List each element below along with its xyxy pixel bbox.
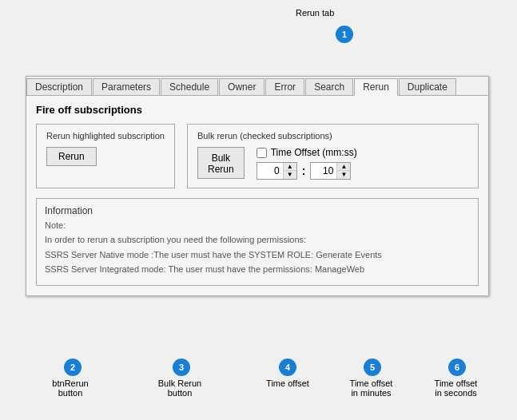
tab-description[interactable]: Description bbox=[26, 78, 92, 95]
annotation-bubble-5: 5 bbox=[364, 359, 381, 376]
tab-parameters[interactable]: Parameters bbox=[93, 78, 160, 95]
tab-schedule[interactable]: Schedule bbox=[161, 78, 218, 95]
seconds-up-button[interactable]: ▲ bbox=[337, 163, 350, 171]
info-box: Information Note: In order to rerun a su… bbox=[36, 198, 479, 286]
tabs-row: Description Parameters Schedule Owner Er… bbox=[26, 77, 488, 96]
tab-owner[interactable]: Owner bbox=[219, 78, 264, 95]
annotation-bubble-3: 3 bbox=[173, 359, 190, 376]
content-area: Fire off subscriptions Rerun highlighted… bbox=[26, 96, 488, 295]
rerun-highlighted-box: Rerun highlighted subscription Rerun bbox=[36, 124, 175, 188]
annotation-bubble-1: 1 bbox=[336, 26, 353, 43]
annotation-label-6: Time offset in seconds bbox=[430, 378, 482, 398]
tab-error[interactable]: Error bbox=[265, 78, 304, 95]
time-offset-checkbox-row: Time Offset (mm:ss) bbox=[257, 147, 357, 158]
tab-search[interactable]: Search bbox=[305, 78, 353, 95]
rerun-button[interactable]: Rerun bbox=[46, 147, 97, 166]
time-offset-checkbox[interactable] bbox=[257, 148, 267, 158]
bulk-box-label: Bulk rerun (checked subscriptions) bbox=[197, 131, 468, 141]
minutes-spinner-buttons: ▲ ▼ bbox=[283, 163, 296, 179]
rerun-tab-annotation-label: Rerun tab bbox=[296, 8, 334, 18]
tab-duplicate[interactable]: Duplicate bbox=[399, 78, 456, 95]
minutes-spinner: ▲ ▼ bbox=[257, 162, 297, 180]
time-colon: : bbox=[300, 164, 308, 177]
annotation-label-5: Time offset in minutes bbox=[345, 378, 397, 398]
rerun-panels: Rerun highlighted subscription Rerun Bul… bbox=[36, 124, 479, 188]
annotation-label-4: Time offset bbox=[264, 378, 312, 388]
info-line-1: In order to rerun a subscription you nee… bbox=[45, 234, 470, 246]
annotation-label-2: btnRerun button bbox=[46, 378, 94, 398]
info-line-3: SSRS Server Integrated mode: The user mu… bbox=[45, 263, 470, 275]
bulk-content: BulkRerun Time Offset (mm:ss) ▲ bbox=[197, 147, 468, 180]
annotation-bubble-4: 4 bbox=[279, 359, 296, 376]
section-title: Fire off subscriptions bbox=[36, 104, 479, 116]
tab-rerun[interactable]: Rerun bbox=[354, 78, 398, 96]
time-offset-inputs: ▲ ▼ : ▲ ▼ bbox=[257, 162, 357, 180]
time-offset-checkbox-label: Time Offset (mm:ss) bbox=[271, 147, 357, 158]
minutes-input[interactable] bbox=[257, 164, 283, 178]
annotation-bubble-2: 2 bbox=[64, 359, 82, 376]
info-title: Information bbox=[45, 205, 470, 216]
seconds-input[interactable] bbox=[311, 164, 336, 178]
rerun-box-label: Rerun highlighted subscription bbox=[46, 131, 165, 141]
annotation-bubble-6: 6 bbox=[448, 359, 466, 376]
bulk-rerun-button[interactable]: BulkRerun bbox=[197, 147, 245, 179]
info-line-2: SSRS Server Native mode :The user must h… bbox=[45, 249, 470, 261]
bulk-rerun-box: Bulk rerun (checked subscriptions) BulkR… bbox=[187, 124, 479, 188]
seconds-down-button[interactable]: ▼ bbox=[337, 171, 350, 179]
annotation-label-3: Bulk Rerun button bbox=[152, 378, 208, 398]
info-note-label: Note: bbox=[45, 220, 470, 232]
time-offset-area: Time Offset (mm:ss) ▲ ▼ : bbox=[257, 147, 357, 180]
seconds-spinner-buttons: ▲ ▼ bbox=[336, 163, 350, 179]
minutes-up-button[interactable]: ▲ bbox=[284, 163, 296, 171]
main-window: Description Parameters Schedule Owner Er… bbox=[26, 76, 489, 296]
minutes-down-button[interactable]: ▼ bbox=[284, 171, 296, 179]
seconds-spinner: ▲ ▼ bbox=[310, 162, 351, 180]
